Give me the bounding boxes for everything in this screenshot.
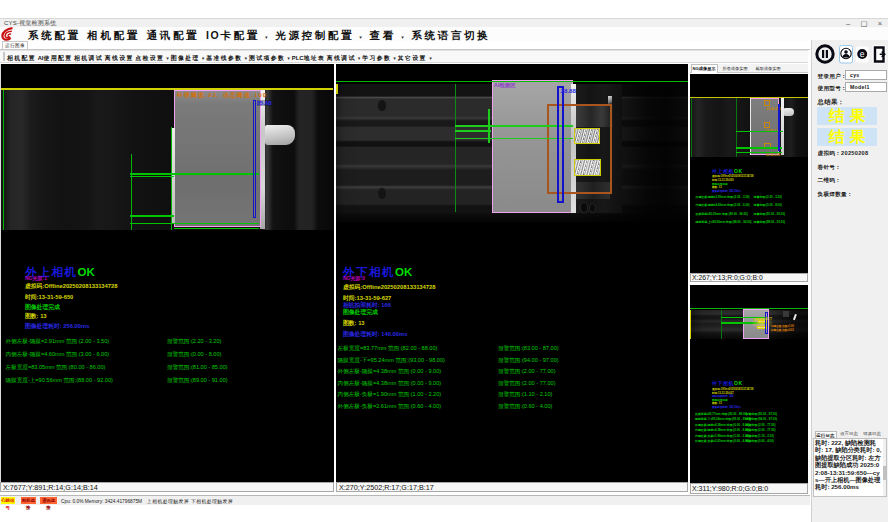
svg-text:e: e: [860, 48, 865, 58]
